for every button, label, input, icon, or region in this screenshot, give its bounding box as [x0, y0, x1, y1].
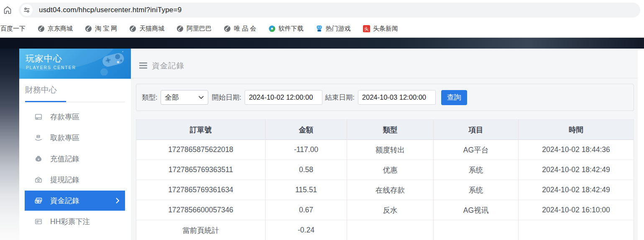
sidebar-item-4[interactable]: 提現記錄	[25, 170, 125, 190]
withdrawal-record-icon	[34, 175, 43, 184]
table-header-cell: 項目	[434, 120, 519, 140]
bookmark-label: 热门游戏	[326, 25, 351, 33]
sidebar-subtitle: PLAYERS CENTER	[26, 65, 76, 70]
table-cell: AG平台	[434, 140, 519, 160]
bookmark-label: 天猫商城	[139, 25, 164, 33]
globe-icon	[38, 25, 45, 32]
filter-panel: 類型: 全部 開始日期: 結束日期: 查詢	[136, 84, 634, 111]
table-cell: 系统	[434, 180, 519, 200]
hot-games-icon	[316, 25, 323, 32]
table-cell: -117.00	[266, 140, 347, 160]
sidebar-item-1[interactable]: 存款專區	[25, 107, 125, 127]
start-date-input[interactable]	[245, 90, 322, 105]
sidebar-item-6[interactable]: HH彩票下注	[25, 212, 125, 232]
tune-icon[interactable]	[21, 4, 33, 16]
table-header-cell: 時間	[519, 120, 634, 140]
table-cell: 在线存款	[347, 180, 434, 200]
table-cell: 1727865769363511	[136, 160, 266, 180]
globe-icon	[129, 25, 136, 32]
sidebar-header: 玩家中心 PLAYERS CENTER	[19, 49, 131, 79]
bookmark-item[interactable]: 百度一下	[0, 25, 26, 33]
table-cell: 反水	[347, 200, 434, 220]
recharge-record-icon: ¥	[34, 155, 43, 163]
bookmark-item[interactable]: 软件下载	[268, 25, 304, 33]
table-cell: 115.51	[266, 180, 347, 200]
sidebar-item-label: 提現記錄	[50, 175, 79, 185]
bookmark-label: 头条新闻	[373, 25, 398, 33]
table-cell: 0.58	[266, 160, 347, 180]
page-banner-background	[0, 38, 644, 49]
sidebar-item-5[interactable]: 資金記錄	[25, 191, 125, 211]
table-cell	[434, 220, 519, 240]
table-cell	[519, 220, 634, 240]
sidebar-section-title: 財務中心	[25, 85, 125, 95]
sidebar-item-label: 充值記錄	[50, 154, 79, 164]
bookmark-item[interactable]: 热门游戏	[316, 25, 351, 33]
table-header-cell: 訂單號	[136, 120, 266, 140]
table-cell: 2024-10-02 18:42:49	[519, 180, 634, 200]
table-cell: 1727856600057346	[136, 200, 266, 220]
sidebar-menu: 存款專區取款專區¥充值記錄提現記錄資金記錄HH彩票下注	[25, 107, 125, 232]
sidebar-item-2[interactable]: 取款專區	[25, 128, 125, 148]
globe-icon	[224, 25, 231, 32]
table-cell	[347, 220, 434, 240]
sidebar-title: 玩家中心	[26, 53, 62, 65]
page-title: 資金記錄	[152, 60, 184, 71]
deposit-icon	[34, 113, 43, 121]
table-row: 17278566000573460.67反水AG视讯2024-10-02 16:…	[136, 200, 634, 220]
lottery-bets-icon	[34, 217, 43, 226]
page-left-background	[0, 49, 19, 240]
table-row: 17278657693635110.58优惠系统2024-10-02 18:42…	[136, 160, 634, 180]
table-cell: 當前頁統計	[136, 220, 266, 240]
end-date-label: 結束日期:	[325, 93, 355, 102]
globe-icon	[85, 25, 92, 32]
table-cell: 1727865875622018	[136, 140, 266, 160]
chevron-right-icon	[116, 198, 120, 204]
bookmark-label: 软件下载	[279, 25, 304, 33]
chevron-down-icon	[199, 96, 204, 99]
table-cell: 2024-10-02 18:44:36	[519, 140, 634, 160]
table-cell: 2024-10-02 16:10:00	[519, 200, 634, 220]
table-cell: -0.24	[266, 220, 347, 240]
bookmark-label: 阿里巴巴	[187, 25, 212, 33]
bookmark-item[interactable]: 京东商城	[38, 25, 73, 33]
table-cell: 系统	[434, 160, 519, 180]
table-header-row: 訂單號金額類型項目時間	[136, 120, 634, 140]
browser-address-bar: usdt04.com/hhcp/usercenter.html?iniType=…	[0, 0, 644, 20]
table-cell: AG视讯	[434, 200, 519, 220]
url-text: usdt04.com/hhcp/usercenter.html?iniType=…	[39, 6, 181, 14]
bookmark-label: 唯 品 会	[234, 25, 256, 33]
gamepad-icon	[93, 51, 126, 77]
home-icon[interactable]	[3, 5, 12, 15]
bookmark-label: 淘 宝 网	[95, 25, 117, 33]
start-date-label: 開始日期:	[212, 93, 242, 102]
globe-icon	[176, 25, 184, 32]
bookmark-label: 京东商城	[48, 25, 73, 33]
sidebar: 玩家中心 PLAYERS CENTER 財務中心 存款專區取款專區¥充值記錄提現…	[19, 49, 131, 240]
table-row: 當前頁統計-0.24	[136, 220, 634, 240]
page-right-margin	[638, 49, 644, 240]
bookmark-item[interactable]: 唯 品 会	[224, 25, 256, 33]
screen: usdt04.com/hhcp/usercenter.html?iniType=…	[0, 0, 644, 240]
funds-table: 訂單號金額類型項目時間1727865875622018-117.00额度转出AG…	[136, 119, 634, 240]
withdraw-icon	[34, 134, 43, 142]
query-button[interactable]: 查詢	[441, 90, 467, 105]
hamburger-icon[interactable]	[139, 62, 147, 69]
bookmark-item[interactable]: 淘 宝 网	[85, 25, 117, 33]
end-date-input[interactable]	[358, 90, 436, 105]
funds-record-icon	[34, 196, 43, 205]
table-cell: 2024-10-02 18:42:49	[519, 160, 634, 180]
bookmark-item[interactable]: 阿里巴巴	[176, 25, 212, 33]
bookmark-item[interactable]: 天猫商城	[129, 25, 164, 33]
software-download-icon	[268, 25, 276, 32]
sidebar-item-label: 存款專區	[50, 112, 79, 122]
type-select[interactable]: 全部	[161, 90, 208, 105]
table-cell: 1727865769361634	[136, 180, 266, 200]
table-header-cell: 類型	[347, 120, 434, 140]
svg-text:头: 头	[364, 26, 369, 31]
bookmark-item[interactable]: 头头条新闻	[363, 25, 398, 33]
sidebar-item-3[interactable]: ¥充值記錄	[25, 149, 125, 169]
main-content: 資金記錄 類型: 全部 開始日期: 結束日期: 查詢 訂單號金額類型項目時間17…	[131, 49, 638, 240]
url-omnibox[interactable]: usdt04.com/hhcp/usercenter.html?iniType=…	[19, 3, 640, 18]
table-cell: 0.67	[266, 200, 347, 220]
